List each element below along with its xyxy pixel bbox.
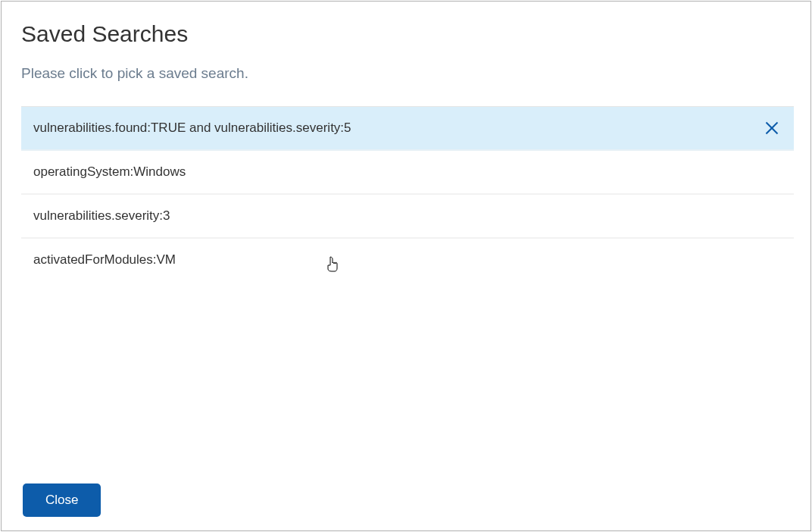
saved-search-query: operatingSystem:Windows	[33, 164, 186, 180]
dialog-title: Saved Searches	[21, 21, 794, 47]
saved-search-item[interactable]: operatingSystem:Windows	[21, 151, 794, 195]
saved-search-item[interactable]: vulnerabilities.found:TRUE and vulnerabi…	[21, 106, 794, 151]
saved-search-query: vulnerabilities.severity:3	[33, 208, 170, 224]
dialog-footer: Close	[23, 483, 101, 517]
close-button[interactable]: Close	[23, 483, 101, 517]
saved-search-item[interactable]: activatedForModules:VM	[21, 239, 794, 281]
saved-searches-dialog: Saved Searches Please click to pick a sa…	[1, 1, 811, 531]
saved-search-item[interactable]: vulnerabilities.severity:3	[21, 195, 794, 239]
delete-search-icon[interactable]	[765, 121, 779, 135]
saved-search-query: activatedForModules:VM	[33, 252, 176, 268]
saved-search-list: vulnerabilities.found:TRUE and vulnerabi…	[21, 106, 794, 281]
saved-search-query: vulnerabilities.found:TRUE and vulnerabi…	[33, 120, 351, 136]
dialog-instruction: Please click to pick a saved search.	[21, 65, 794, 82]
